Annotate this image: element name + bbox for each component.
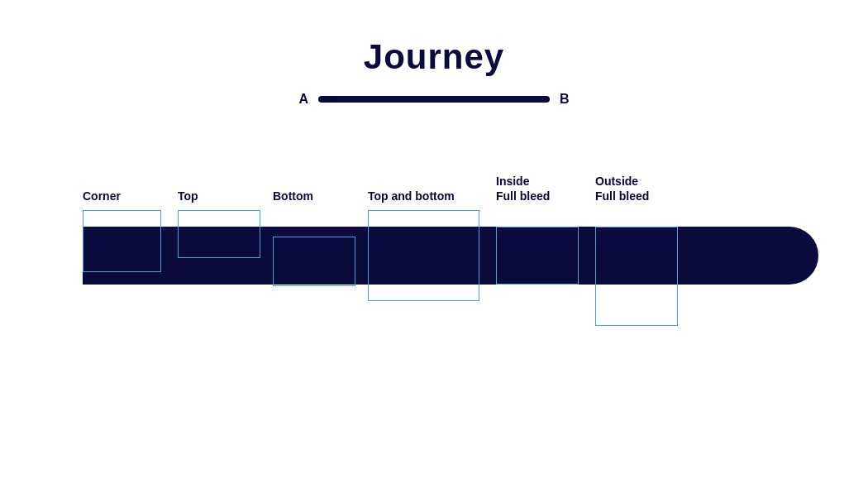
label-top-bottom: Top and bottom	[368, 189, 455, 203]
track-wrapper	[50, 210, 818, 309]
journey-label-b: B	[560, 92, 570, 107]
box-bottom	[273, 237, 355, 286]
journey-label-a: A	[298, 92, 308, 107]
journey-line-section: A B	[0, 92, 868, 107]
box-top	[178, 210, 260, 258]
labels-row: Corner Top Bottom Top and bottom Inside …	[50, 165, 818, 207]
label-bottom: Bottom	[273, 189, 313, 203]
label-outside: Outside Full bleed	[595, 174, 649, 203]
label-inside: Inside Full bleed	[496, 174, 550, 203]
page-container: Journey A B Corner Top Bottom Top and bo…	[0, 0, 868, 488]
journey-line	[318, 96, 550, 103]
box-inside	[496, 227, 579, 285]
box-outside	[595, 227, 678, 326]
box-corner	[83, 210, 161, 272]
page-title: Journey	[0, 37, 868, 77]
box-top-bottom	[368, 210, 479, 301]
diagram-section: Corner Top Bottom Top and bottom Inside …	[50, 165, 818, 309]
title-section: Journey	[0, 0, 868, 77]
label-top: Top	[178, 189, 198, 203]
label-corner: Corner	[83, 189, 121, 203]
